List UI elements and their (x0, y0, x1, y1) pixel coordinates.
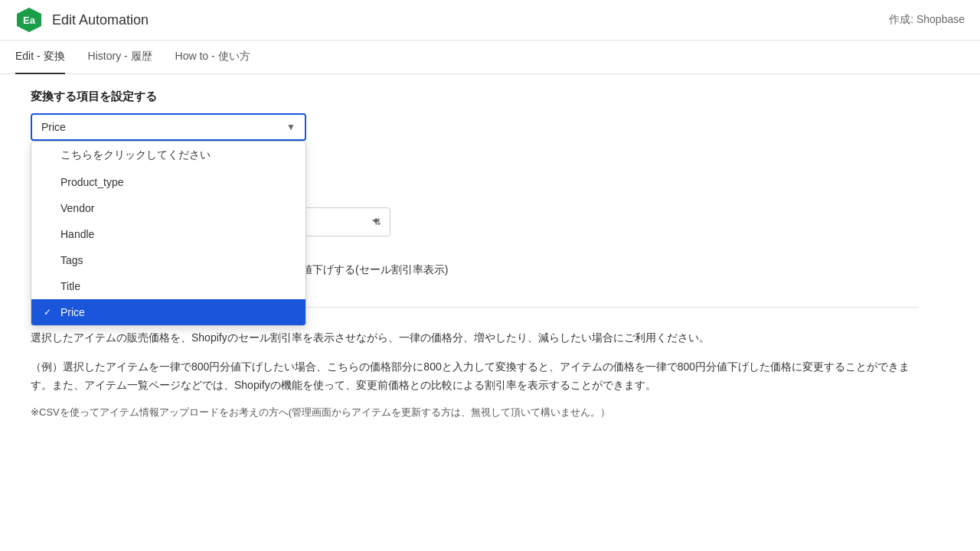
dropdown-item-label: Product_type (60, 176, 124, 188)
tab-howto[interactable]: How to - 使い方 (175, 41, 250, 74)
page-title: Edit Automation (52, 12, 149, 28)
description-example: （例）選択したアイテムを一律で800円分値下げしたい場合、こちらの価格部分に80… (31, 358, 919, 395)
tab-edit[interactable]: Edit - 変換 (15, 41, 65, 74)
main-content: 変換する項目を設定する Price ▼ こちらをクリックしてください Produ… (0, 74, 949, 436)
field-dropdown-menu: こちらをクリックしてください Product_type Vendor Handl… (31, 141, 306, 326)
field-dropdown-container: Price ▼ こちらをクリックしてください Product_type Vend… (31, 113, 306, 141)
svg-text:Ea: Ea (23, 15, 36, 26)
header-credit: 作成: Shopbase (889, 13, 965, 27)
dropdown-item-label: Tags (60, 254, 83, 266)
section-1: 変換する項目を設定する Price ▼ こちらをクリックしてください Produ… (31, 90, 919, 165)
dropdown-item-tags[interactable]: Tags (31, 247, 305, 273)
field-dropdown-button[interactable]: Price ▼ (31, 113, 306, 141)
header-left: Ea Edit Automation (15, 6, 149, 34)
dropdown-item-label: Handle (60, 228, 94, 240)
field-dropdown-selected: Price (41, 121, 66, 133)
app-logo: Ea (15, 6, 43, 34)
dropdown-item-placeholder[interactable]: こちらをクリックしてください (31, 142, 305, 169)
dropdown-item-label: Title (60, 280, 80, 292)
tab-history[interactable]: History - 履歴 (88, 41, 152, 74)
dropdown-item-label: Price (60, 306, 85, 318)
dropdown-arrow-icon: ▼ (286, 122, 296, 132)
dropdown-item-label: Vendor (60, 202, 94, 214)
section1-title: 変換する項目を設定する (31, 90, 919, 104)
check-price-icon: ✓ (44, 307, 54, 318)
dropdown-item-price[interactable]: ✓ Price (31, 299, 305, 325)
description-note: ※CSVを使ってアイテム情報アップロードをお考えの方へ(管理画面からアイテムを更… (31, 405, 919, 421)
dropdown-item-vendor[interactable]: Vendor (31, 195, 305, 221)
dropdown-item-label: こちらをクリックしてください (60, 148, 211, 162)
tab-bar: Edit - 変換 History - 履歴 How to - 使い方 (0, 41, 980, 74)
header: Ea Edit Automation 作成: Shopbase (0, 0, 980, 41)
dropdown-item-handle[interactable]: Handle (31, 221, 305, 247)
description-main: 選択したアイテムの販売価格を、Shopifyのセール割引率を表示させながら、一律… (31, 329, 919, 347)
dropdown-item-product-type[interactable]: Product_type (31, 169, 305, 195)
dropdown-item-title[interactable]: Title (31, 273, 305, 299)
